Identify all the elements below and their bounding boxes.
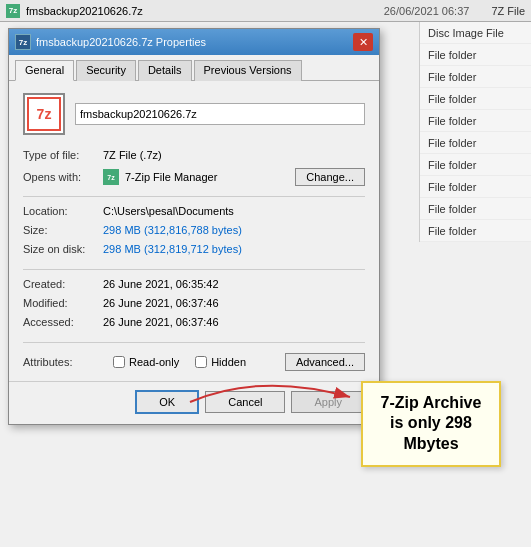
file-icon-text: 7z: [37, 106, 52, 122]
size-on-disk-value: 298 MB (312,819,712 bytes): [103, 243, 242, 255]
list-item: File folder: [420, 88, 531, 110]
ok-button[interactable]: OK: [135, 390, 199, 414]
opens-with-content: 7z 7-Zip File Manager Change...: [103, 168, 365, 186]
dates-section: Created: 26 June 2021, 06:35:42 Modified…: [23, 278, 365, 332]
list-item: File folder: [420, 198, 531, 220]
properties-dialog: 7z fmsbackup20210626.7z Properties ✕ Gen…: [8, 28, 380, 425]
readonly-checkbox[interactable]: [113, 356, 125, 368]
close-button[interactable]: ✕: [353, 33, 373, 51]
attributes-row: Attributes: Read-only Hidden Advanced...: [23, 353, 365, 371]
list-item: File folder: [420, 110, 531, 132]
filename-input[interactable]: [75, 103, 365, 125]
list-item: File folder: [420, 154, 531, 176]
created-row: Created: 26 June 2021, 06:35:42: [23, 278, 365, 294]
list-item: File folder: [420, 176, 531, 198]
type-row: Type of file: 7Z File (.7z): [23, 149, 365, 165]
cancel-button[interactable]: Cancel: [205, 391, 285, 413]
accessed-label: Accessed:: [23, 316, 103, 328]
app-icon: 7z: [103, 169, 119, 185]
attributes-label: Attributes:: [23, 356, 103, 368]
list-item: Disc Image File: [420, 22, 531, 44]
size-on-disk-label: Size on disk:: [23, 243, 103, 255]
size-value: 298 MB (312,816,788 bytes): [103, 224, 242, 236]
bg-date: 26/06/2021 06:37: [384, 5, 470, 17]
dialog-body: 7z Type of file: 7Z File (.7z) Opens wit…: [9, 81, 379, 381]
file-type-icon: 7z: [23, 93, 65, 135]
location-label: Location:: [23, 205, 103, 217]
dialog-titlebar: 7z fmsbackup20210626.7z Properties ✕: [9, 29, 379, 55]
advanced-button[interactable]: Advanced...: [285, 353, 365, 371]
dialog-title: fmsbackup20210626.7z Properties: [36, 36, 353, 48]
tab-general[interactable]: General: [15, 60, 74, 81]
size-row: Size: 298 MB (312,816,788 bytes): [23, 224, 365, 240]
tab-details[interactable]: Details: [138, 60, 192, 81]
list-item: File folder: [420, 66, 531, 88]
bg-filename: fmsbackup20210626.7z: [26, 5, 378, 17]
callout-tooltip: 7-Zip Archive is only 298 Mbytes: [361, 381, 501, 467]
divider-1: [23, 196, 365, 197]
tab-security[interactable]: Security: [76, 60, 136, 81]
readonly-checkbox-group[interactable]: Read-only: [113, 356, 179, 368]
accessed-value: 26 June 2021, 06:37:46: [103, 316, 219, 328]
size-on-disk-row: Size on disk: 298 MB (312,819,712 bytes): [23, 243, 365, 259]
callout-text: 7-Zip Archive is only 298 Mbytes: [381, 394, 482, 453]
bg-type: 7Z File: [491, 5, 525, 17]
size-label: Size:: [23, 224, 103, 236]
tab-bar: General Security Details Previous Versio…: [9, 55, 379, 81]
location-row: Location: C:\Users\pesal\Documents: [23, 205, 365, 221]
hidden-checkbox[interactable]: [195, 356, 207, 368]
bg-file-icon: 7z: [6, 4, 20, 18]
change-button[interactable]: Change...: [295, 168, 365, 186]
hidden-checkbox-group[interactable]: Hidden: [195, 356, 246, 368]
opens-with-label: Opens with:: [23, 171, 103, 183]
file-icon-inner: 7z: [27, 97, 61, 131]
modified-row: Modified: 26 June 2021, 06:37:46: [23, 297, 365, 313]
accessed-row: Accessed: 26 June 2021, 06:37:46: [23, 316, 365, 332]
type-value: 7Z File (.7z): [103, 149, 162, 161]
readonly-label: Read-only: [129, 356, 179, 368]
hidden-label: Hidden: [211, 356, 246, 368]
tab-previous-versions[interactable]: Previous Versions: [194, 60, 302, 81]
background-titlebar: 7z fmsbackup20210626.7z 26/06/2021 06:37…: [0, 0, 531, 22]
created-label: Created:: [23, 278, 103, 290]
list-item: File folder: [420, 44, 531, 66]
divider-3: [23, 342, 365, 343]
dialog-footer: OK Cancel Apply: [9, 381, 379, 424]
location-value: C:\Users\pesal\Documents: [103, 205, 234, 217]
divider-2: [23, 269, 365, 270]
size-section: Location: C:\Users\pesal\Documents Size:…: [23, 205, 365, 259]
right-file-list: Disc Image File File folder File folder …: [419, 22, 531, 242]
modified-value: 26 June 2021, 06:37:46: [103, 297, 219, 309]
modified-label: Modified:: [23, 297, 103, 309]
file-header: 7z: [23, 93, 365, 135]
type-label: Type of file:: [23, 149, 103, 161]
created-value: 26 June 2021, 06:35:42: [103, 278, 219, 290]
dialog-icon: 7z: [15, 34, 31, 50]
apply-button[interactable]: Apply: [291, 391, 365, 413]
list-item: File folder: [420, 132, 531, 154]
opens-with-row: Opens with: 7z 7-Zip File Manager Change…: [23, 168, 365, 186]
list-item: File folder: [420, 220, 531, 242]
type-section: Type of file: 7Z File (.7z) Opens with: …: [23, 149, 365, 186]
app-name: 7-Zip File Manager: [125, 171, 289, 183]
